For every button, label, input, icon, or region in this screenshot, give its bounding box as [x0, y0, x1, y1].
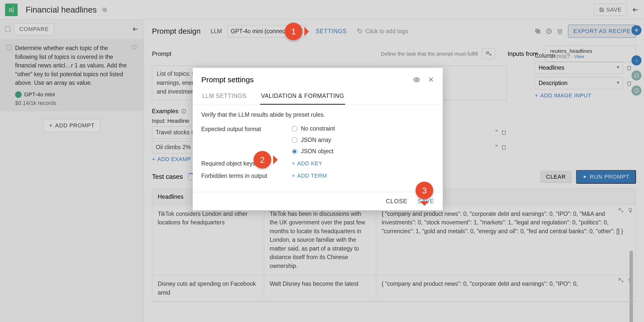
- radio-label: JSON object: [301, 148, 333, 155]
- callout-1: 1: [285, 23, 310, 41]
- tab-validation-formatting[interactable]: VALIDATION & FORMATTING: [260, 89, 345, 105]
- radio-label: JSON array: [301, 137, 331, 143]
- tab-llm-settings[interactable]: LLM SETTINGS: [201, 89, 248, 105]
- add-term-button[interactable]: +ADD TERM: [292, 172, 327, 179]
- add-key-button[interactable]: +ADD KEY: [292, 160, 322, 167]
- radio-no-constraint[interactable]: No constraint: [292, 125, 335, 132]
- callout-2: 2: [254, 151, 279, 170]
- forbidden-terms-label: Forbidden terms in output: [201, 172, 292, 179]
- callout-number: 3: [416, 182, 433, 199]
- plus-icon: +: [292, 173, 295, 179]
- radio-label: No constraint: [301, 125, 335, 132]
- modal-title: Prompt settings: [201, 75, 254, 84]
- add-key-label: ADD KEY: [297, 160, 322, 167]
- eye-icon[interactable]: [413, 76, 420, 83]
- callout-number: 1: [285, 23, 302, 40]
- verify-text: Verify that the LLM results abide by pre…: [201, 111, 434, 118]
- expected-output-label: Expected output format: [201, 125, 292, 155]
- prompt-settings-modal: Prompt settings LLM SETTINGS VALIDATION …: [193, 68, 443, 210]
- modal-close-button[interactable]: CLOSE: [386, 198, 407, 205]
- radio-json-array[interactable]: JSON array: [292, 137, 335, 143]
- radio-json-object[interactable]: JSON object: [292, 148, 335, 155]
- callout-number: 2: [254, 151, 271, 169]
- plus-icon: +: [292, 160, 295, 167]
- callout-3: 3: [416, 182, 441, 200]
- svg-point-21: [416, 79, 418, 81]
- add-term-label: ADD TERM: [297, 173, 327, 179]
- close-icon[interactable]: [428, 76, 434, 83]
